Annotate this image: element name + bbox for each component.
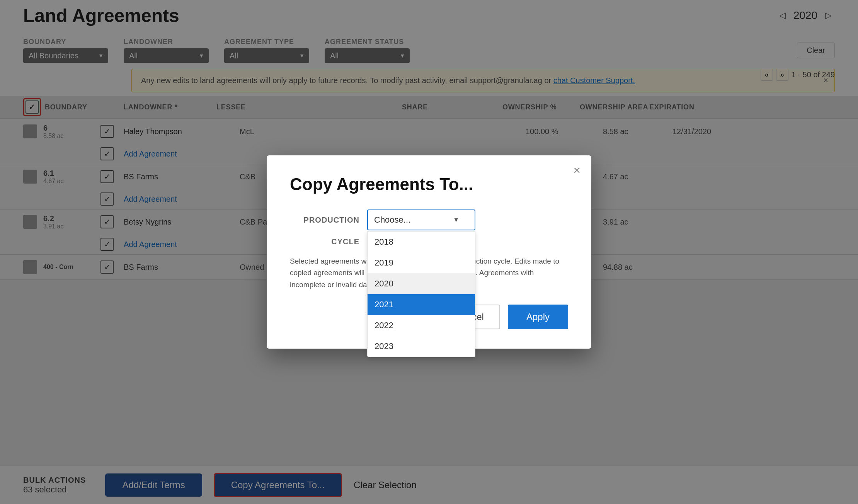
dropdown-container: Choose... 2018 2019 2020 2021 2022 2023 [367,209,475,230]
production-dropdown-trigger[interactable]: Choose... [367,209,475,230]
apply-button[interactable]: Apply [508,305,568,329]
dropdown-item-2018[interactable]: 2018 [368,232,475,252]
dropdown-menu: 2018 2019 2020 2021 2022 2023 [367,231,475,357]
dropdown-item-2020[interactable]: 2020 [368,273,475,294]
dropdown-item-2022[interactable]: 2022 [368,315,475,336]
modal-production-label: PRODUCTION [290,215,359,224]
modal-title: Copy Agreements To... [290,175,568,194]
modal-production-row: PRODUCTION Choose... 2018 2019 2020 2021… [290,209,568,230]
copy-agreements-modal: × Copy Agreements To... PRODUCTION Choos… [267,155,591,349]
dropdown-item-2023[interactable]: 2023 [368,336,475,357]
modal-close-button[interactable]: × [573,163,581,177]
dropdown-selected-value: Choose... [374,215,410,225]
dropdown-item-2021[interactable]: 2021 [368,294,475,315]
dropdown-item-2019[interactable]: 2019 [368,252,475,273]
modal-cycle-label: CYCLE [290,237,359,246]
